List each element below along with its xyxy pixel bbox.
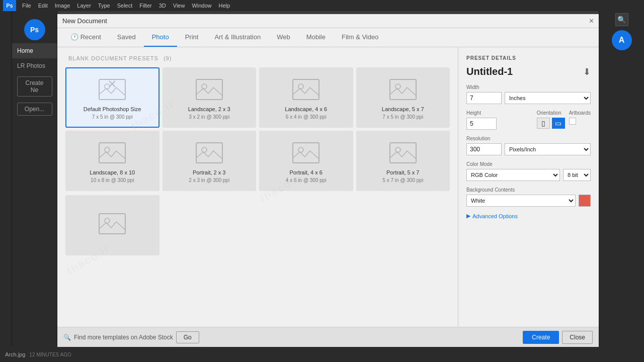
dialog-close-button[interactable]: ×: [589, 17, 594, 26]
svg-rect-8: [390, 79, 416, 100]
orientation-label: Orientation: [537, 110, 565, 116]
landscape-orientation-btn[interactable]: ▭: [552, 118, 565, 129]
open-button[interactable]: Open...: [17, 103, 52, 116]
svg-point-9: [395, 84, 400, 89]
advanced-options-toggle[interactable]: ▶ Advanced Options: [466, 213, 591, 219]
preset-name-input[interactable]: [466, 66, 557, 77]
preset-card-portrait-2x3[interactable]: Portrait, 2 x 3 2 x 3 in @ 300 ppi: [163, 131, 257, 191]
tab-art[interactable]: Art & Illustration: [206, 28, 269, 47]
resolution-field-group: Resolution Pixels/Inch Pixels/Centimeter: [466, 136, 591, 155]
preset-card-landscape-4x6[interactable]: Landscape, 4 x 6 6 x 4 in @ 300 ppi: [259, 67, 353, 128]
tab-saved[interactable]: Saved: [109, 28, 144, 47]
create-new-button[interactable]: Create Ne: [17, 76, 52, 97]
stock-search-text: Find more templates on Adobe Stock: [74, 334, 173, 341]
menu-window[interactable]: Window: [189, 2, 214, 10]
preset-card-landscape-2x3[interactable]: Landscape, 2 x 3 3 x 2 in @ 300 ppi: [163, 67, 257, 128]
svg-rect-18: [99, 214, 125, 234]
menu-layer[interactable]: Layer: [74, 2, 94, 10]
preset-name-l46: Landscape, 4 x 6: [285, 106, 327, 113]
color-mode-row: RGB Color CMYK Color Grayscale 8 bit 16 …: [466, 169, 591, 181]
tab-print-label: Print: [185, 33, 199, 41]
svg-point-17: [395, 147, 400, 152]
preset-card-custom[interactable]: [65, 195, 159, 255]
dialog-footer: 🔍 Find more templates on Adobe Stock Go …: [57, 327, 599, 347]
height-label: Height: [466, 110, 533, 116]
color-mode-select[interactable]: RGB Color CMYK Color Grayscale: [466, 169, 560, 181]
save-preset-button[interactable]: ⬇: [583, 66, 591, 77]
orientation-field-group: Orientation ▯ ▭: [537, 110, 565, 130]
svg-rect-0: [99, 79, 125, 100]
resolution-input[interactable]: [466, 143, 502, 155]
bottom-bar: Arch.jpg 12 MINUTES AGO: [0, 347, 644, 362]
close-dialog-button[interactable]: Close: [562, 331, 593, 344]
user-avatar[interactable]: A: [612, 30, 632, 50]
search-right-btn[interactable]: 🔍: [615, 13, 628, 26]
nav-lr-photos[interactable]: LR Photos: [12, 58, 57, 73]
search-icon: 🔍: [63, 334, 71, 341]
menu-type[interactable]: Type: [95, 2, 113, 10]
tab-web[interactable]: Web: [269, 28, 298, 47]
menu-help[interactable]: Help: [216, 2, 233, 10]
recent-time: 12 MINUTES AGO: [29, 352, 71, 357]
portrait-orientation-btn[interactable]: ▯: [537, 118, 550, 129]
menu-select[interactable]: Select: [114, 2, 136, 10]
tab-saved-label: Saved: [117, 33, 136, 41]
menu-filter[interactable]: Filter: [136, 2, 154, 10]
tab-web-label: Web: [277, 33, 290, 41]
preset-title-row: ⬇: [466, 66, 591, 77]
svg-point-7: [298, 84, 303, 89]
preset-dims-l810: 10 x 8 in @ 300 ppi: [91, 177, 134, 183]
preset-card-default[interactable]: Default Photoshop Size 7 x 5 in @ 300 pp…: [65, 67, 159, 128]
tab-mobile[interactable]: Mobile: [298, 28, 334, 47]
resolution-unit-select[interactable]: Pixels/Inch Pixels/Centimeter: [505, 143, 591, 155]
preset-dims-l23: 3 x 2 in @ 300 ppi: [189, 114, 229, 120]
bit-depth-select[interactable]: 8 bit 16 bit 32 bit: [563, 169, 591, 181]
svg-rect-6: [293, 79, 319, 100]
menu-file[interactable]: File: [19, 2, 34, 10]
bg-contents-select[interactable]: White Black Background Color Transparent: [466, 195, 576, 207]
section-header: BLANK DOCUMENT PRESETS (9): [65, 55, 450, 61]
preset-card-portrait-5x7[interactable]: Portrait, 5 x 7 5 x 7 in @ 300 ppi: [356, 131, 450, 191]
presets-grid: Default Photoshop Size 7 x 5 in @ 300 pp…: [65, 67, 450, 191]
svg-point-11: [105, 147, 110, 152]
create-button[interactable]: Create: [523, 331, 559, 344]
svg-point-5: [202, 84, 207, 89]
height-field-group: Height: [466, 110, 533, 130]
bg-color-swatch[interactable]: [579, 195, 591, 207]
preset-card-portrait-4x6[interactable]: Portrait, 4 x 6 4 x 6 in @ 300 ppi: [259, 131, 353, 191]
stock-search-row: 🔍 Find more templates on Adobe Stock Go: [63, 331, 199, 343]
right-panel: 🔍 A: [599, 11, 644, 362]
tab-recent-label: Recent: [80, 33, 101, 41]
artboards-checkbox[interactable]: [569, 118, 576, 125]
menu-image[interactable]: Image: [52, 2, 73, 10]
bg-contents-field-group: Background Contents White Black Backgrou…: [466, 187, 591, 207]
details-sidebar: PRESET DETAILS ⬇ Width Inches Pixels Cen…: [458, 47, 599, 327]
preset-dims-p46: 4 x 6 in @ 300 ppi: [286, 177, 327, 183]
tab-photo-label: Photo: [152, 33, 169, 41]
preset-dims-p23: 2 x 3 in @ 300 ppi: [189, 177, 229, 183]
width-input[interactable]: [466, 92, 502, 104]
section-header-text: BLANK DOCUMENT PRESETS: [68, 55, 158, 61]
tab-recent[interactable]: 🕐 Recent: [62, 28, 109, 47]
preset-card-landscape-5x7[interactable]: Landscape, 5 x 7 7 x 5 in @ 300 ppi: [356, 67, 450, 128]
menu-view[interactable]: View: [170, 2, 188, 10]
height-input[interactable]: [466, 118, 497, 130]
go-button[interactable]: Go: [176, 331, 199, 343]
bg-contents-label: Background Contents: [466, 187, 591, 193]
svg-point-1: [105, 84, 110, 89]
dialog-tabs: 🕐 Recent Saved Photo Print Art & Illustr…: [57, 28, 599, 47]
tab-print[interactable]: Print: [177, 28, 207, 47]
dialog-body: BLANK DOCUMENT PRESETS (9) Default Photo…: [57, 47, 599, 327]
preset-card-landscape-8x10[interactable]: Landscape, 8 x 10 10 x 8 in @ 300 ppi: [65, 131, 159, 191]
menu-3d[interactable]: 3D: [156, 2, 169, 10]
resolution-label: Resolution: [466, 136, 591, 141]
tab-art-label: Art & Illustration: [214, 33, 261, 41]
tab-film[interactable]: Film & Video: [334, 28, 386, 47]
svg-point-15: [298, 147, 303, 152]
width-row: Inches Pixels Centimeters: [466, 92, 591, 104]
width-unit-select[interactable]: Inches Pixels Centimeters: [505, 92, 591, 104]
resolution-row: Pixels/Inch Pixels/Centimeter: [466, 143, 591, 155]
menu-edit[interactable]: Edit: [35, 2, 51, 10]
nav-home[interactable]: Home: [12, 43, 57, 58]
tab-photo[interactable]: Photo: [144, 28, 177, 47]
